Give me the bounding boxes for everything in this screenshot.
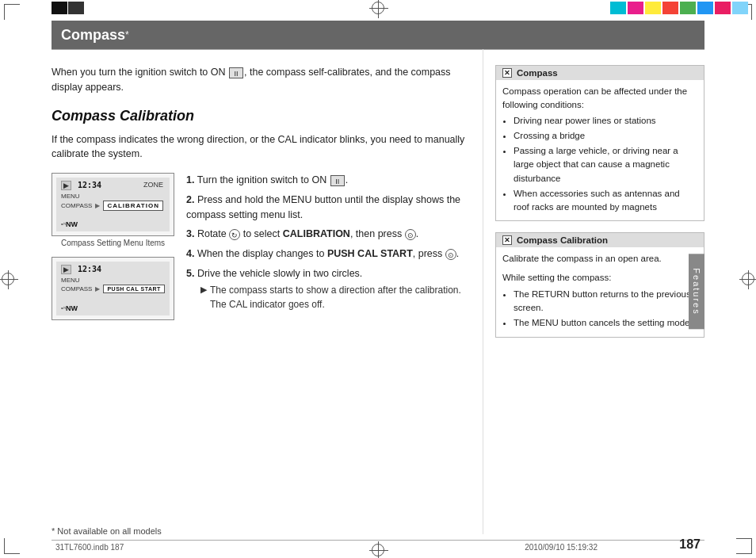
- left-column: When you turn the ignition switch to ON …: [52, 49, 483, 534]
- corner-mark-tl: [4, 4, 20, 20]
- corner-mark-bl: [4, 538, 20, 554]
- swatch-red: [662, 2, 678, 14]
- features-tab: Features: [689, 254, 704, 329]
- disp-pushcal-box: PUSH CAL START: [103, 285, 164, 293]
- display-label-1: Compass Setting Menu Items: [52, 239, 174, 247]
- step-5: 5. Drive the vehicle slowly in two circl…: [186, 266, 467, 311]
- disp-bottom-1: ᵒᴺNW: [61, 220, 78, 228]
- reg-mark-left: [2, 273, 14, 285]
- disp-zone-1: ZONE: [143, 181, 163, 189]
- step-2-num: 2.: [186, 194, 194, 205]
- compass-bullet-3: Passing a large vehicle, or driving near…: [514, 144, 697, 185]
- step-4-num: 4.: [186, 248, 194, 259]
- display-and-steps: ▶ 12:34 ZONE MENU COMPASS ▶ CALIBRATION: [52, 173, 467, 320]
- compass-bullet-4: When accessories such as antennas and ro…: [514, 187, 697, 215]
- step-1: 1. Turn the ignition switch to ON II.: [186, 173, 467, 188]
- reg-mark-right: [742, 273, 754, 285]
- disp-time-1: 12:34: [78, 181, 101, 190]
- page-title: Compass: [61, 27, 125, 44]
- step3-rotate-icon: ↻: [229, 229, 240, 240]
- header-bar: Compass*: [52, 21, 704, 49]
- step1-on-icon: II: [330, 175, 345, 186]
- steps-list: 1. Turn the ignition switch to ON II. 2.…: [186, 173, 467, 311]
- page-number: 187: [679, 537, 701, 552]
- calibration-while-text: While setting the compass:: [502, 271, 697, 285]
- calibration-section-title: Compass Calibration: [52, 108, 467, 124]
- compass-bullet-1: Driving near power lines or stations: [514, 114, 697, 128]
- step-5-arrow-text: The compass starts to show a direction a…: [210, 283, 467, 311]
- display-boxes: ▶ 12:34 ZONE MENU COMPASS ▶ CALIBRATION: [52, 173, 174, 320]
- calibration-bullet-2: The MENU button cancels the setting mode…: [514, 316, 697, 330]
- step-3-num: 3.: [186, 228, 194, 239]
- calibration-info-title: Compass Calibration: [517, 235, 608, 245]
- disp-bottom-2: ᵒᴺNW: [61, 304, 78, 312]
- display-row-time: ▶ 12:34 ZONE: [61, 181, 165, 190]
- display-box-1: ▶ 12:34 ZONE MENU COMPASS ▶ CALIBRATION: [52, 173, 174, 247]
- disp-compass-text-2: COMPASS: [61, 285, 92, 292]
- disp-nw-1: NW: [66, 220, 78, 228]
- disp-signal-icon: ▶: [61, 181, 71, 190]
- disp-compass-text-1: COMPASS: [61, 202, 92, 209]
- display-box-2: ▶ 12:34 MENU COMPASS ▶ PUSH CAL START: [52, 257, 174, 320]
- steps-container: 1. Turn the ignition switch to ON II. 2.…: [186, 173, 467, 320]
- calibration-info-intro: Calibrate the compass in an open area.: [502, 252, 697, 266]
- display-row-time-2: ▶ 12:34: [61, 265, 165, 274]
- swatch-cyan: [610, 2, 626, 14]
- header-asterisk: *: [125, 29, 129, 40]
- bottom-rule: [52, 540, 704, 541]
- disp-menu-row-1: MENU: [61, 193, 165, 200]
- disp-arrow-icon: ▶: [95, 202, 100, 209]
- disp-arrow-icon-2: ▶: [95, 285, 100, 292]
- color-swatches: [610, 2, 748, 14]
- features-label: Features: [692, 268, 701, 315]
- compass-info-icon: ✕: [502, 68, 512, 78]
- footer-right: 2010/09/10 15:19:32: [525, 543, 598, 552]
- calibration-intro: If the compass indicates the wrong direc…: [52, 132, 467, 162]
- calibration-info-list: The RETURN button returns to the previou…: [502, 288, 697, 331]
- on-icon: II: [229, 67, 243, 78]
- display-screen-1: ▶ 12:34 ZONE MENU COMPASS ▶ CALIBRATION: [52, 173, 174, 236]
- display-inner-2: ▶ 12:34 MENU COMPASS ▶ PUSH CAL START: [56, 262, 170, 315]
- swatch-green: [680, 2, 696, 14]
- main-content: When you turn the ignition switch to ON …: [52, 49, 704, 534]
- corner-mark-br: [736, 538, 752, 554]
- step3-press-icon: ⊙: [405, 229, 416, 240]
- black-squares: [52, 2, 84, 14]
- step-4: 4. When the display changes to PUSH CAL …: [186, 247, 467, 262]
- step-2: 2. Press and hold the MENU button until …: [186, 193, 467, 223]
- step-5-num: 5.: [186, 268, 194, 279]
- disp-menu-text-2: MENU: [61, 277, 80, 284]
- intro-text: When you turn the ignition switch to ON …: [52, 65, 467, 95]
- disp-time-2: 12:34: [78, 265, 101, 274]
- calibration-info-header: ✕ Compass Calibration: [496, 233, 704, 247]
- step4-press-icon: ⊙: [445, 249, 456, 260]
- swatch-pink: [715, 2, 731, 14]
- arrow-symbol: ▶: [200, 283, 207, 296]
- step-5-arrow: ▶ The compass starts to show a direction…: [186, 283, 467, 311]
- calibration-info-icon: ✕: [502, 235, 512, 245]
- calibration-info-box: ✕ Compass Calibration Calibrate the comp…: [495, 232, 704, 337]
- compass-info-header: ✕ Compass: [496, 66, 704, 80]
- compass-info-list: Driving near power lines or stations Cro…: [502, 114, 697, 215]
- calibration-bullet-1: The RETURN button returns to the previou…: [514, 288, 697, 315]
- disp-menu-text-1: MENU: [61, 193, 80, 200]
- step3-calibration-bold: CALIBRATION: [283, 228, 350, 239]
- step-1-num: 1.: [186, 174, 194, 185]
- disp-signal-icon-2: ▶: [61, 265, 71, 274]
- disp-nw-2: NW: [66, 304, 78, 312]
- footer-left: 31TL7600.indb 187: [55, 543, 124, 552]
- swatch-blue: [697, 2, 713, 14]
- swatch-yellow: [645, 2, 661, 14]
- reg-mark-bottom: [372, 544, 384, 556]
- step-3: 3. Rotate ↻ to select CALIBRATION, then …: [186, 227, 467, 242]
- disp-calibration-box: CALIBRATION: [103, 201, 163, 211]
- swatch-magenta: [628, 2, 643, 14]
- disp-menu-row-2: MENU: [61, 277, 165, 284]
- compass-info-body: Compass operation can be affected under …: [496, 80, 704, 220]
- swatch-lightblue: [732, 2, 748, 14]
- footnote: * Not available on all models: [52, 526, 162, 536]
- display-screen-2: ▶ 12:34 MENU COMPASS ▶ PUSH CAL START: [52, 257, 174, 320]
- step4-pushcal-bold: PUSH CAL START: [327, 248, 413, 259]
- display-inner-1: ▶ 12:34 ZONE MENU COMPASS ▶ CALIBRATION: [56, 178, 170, 231]
- disp-compass-row-2: COMPASS ▶ PUSH CAL START: [61, 285, 165, 293]
